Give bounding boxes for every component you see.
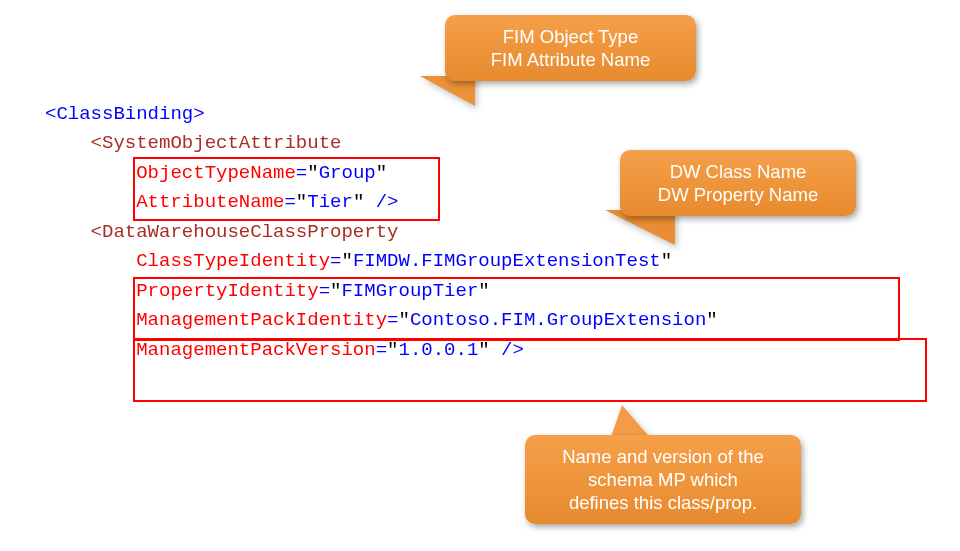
callout-line: DW Property Name [638,183,838,206]
q: " [661,250,672,272]
callout-line: FIM Object Type [463,25,678,48]
diagram-stage: <ClassBinding> <SystemObjectAttribute Ob… [0,0,960,551]
val-classtype: FIMDW.FIMGroupExtensionTest [353,250,661,272]
callout-line: schema MP which [543,468,783,491]
highlight-box-class-property [133,277,900,341]
callout-line: DW Class Name [638,160,838,183]
callout-fim-object-type: FIM Object Type FIM Attribute Name [445,15,696,81]
callout-dw-class-name: DW Class Name DW Property Name [620,150,856,216]
attr-classtypeidentity: ClassTypeIdentity [136,250,330,272]
xml-dwcp-tag: <DataWarehouseClassProperty [91,221,399,243]
callout-line: defines this class/prop. [543,491,783,514]
xml-open-tag: <ClassBinding> [45,103,205,125]
xml-soa-tag: <SystemObjectAttribute [91,132,342,154]
q: " [341,250,352,272]
callout-line: FIM Attribute Name [463,48,678,71]
callout-line: Name and version of the [543,445,783,468]
highlight-box-management-pack [133,338,927,402]
highlight-box-object-attribute [133,157,440,221]
eq: = [330,250,341,272]
callout-mp-name-version: Name and version of the schema MP which … [525,435,801,524]
